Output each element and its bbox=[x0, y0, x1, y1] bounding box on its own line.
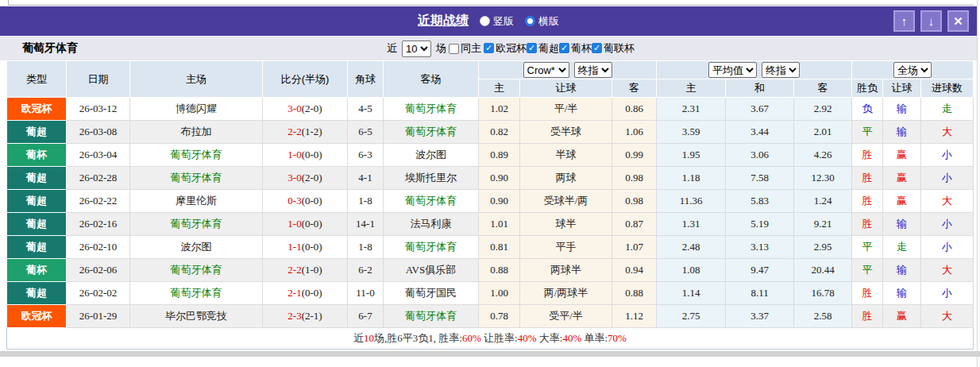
bottom-strip bbox=[0, 351, 980, 357]
odds-away: 1.07 bbox=[612, 236, 657, 259]
match-row: 葡杯26-02-06葡萄牙体育2-2(1-0)6-2AVS俱乐部0.88两球半0… bbox=[7, 259, 974, 282]
type-badge: 葡超 bbox=[7, 121, 67, 144]
result-winloss: 胜 bbox=[852, 305, 883, 328]
same-home-label: 同主 bbox=[461, 41, 481, 56]
sub-header-3: 主 bbox=[657, 79, 726, 98]
score: 1-0(0-0) bbox=[263, 213, 348, 236]
score: 2-3(2-1) bbox=[263, 305, 348, 328]
sub-header-5: 客 bbox=[794, 79, 852, 98]
sub-header-0: 主 bbox=[479, 79, 520, 98]
same-home-checkbox[interactable]: 同主 bbox=[449, 41, 481, 56]
fulltime-select[interactable]: 全场 bbox=[893, 62, 932, 78]
checkbox-icon[interactable] bbox=[592, 43, 602, 53]
filter-controls: 近 10 场 同主 欧冠杯葡超葡杯葡联杯 bbox=[387, 39, 635, 58]
layout-radio-horizontal[interactable]: 横版 bbox=[525, 14, 559, 29]
result-goals: 小 bbox=[921, 167, 974, 190]
competition-checkbox-葡超[interactable]: 葡超 bbox=[527, 41, 559, 56]
avg-home: 2.31 bbox=[657, 98, 726, 121]
sub-header-4: 和 bbox=[726, 79, 794, 98]
score: 1-1(0-0) bbox=[263, 236, 348, 259]
score: 2-2(1-2) bbox=[263, 121, 348, 144]
checkbox-icon[interactable] bbox=[559, 43, 569, 53]
odds-home: 0.89 bbox=[479, 144, 520, 167]
radio-checked-icon[interactable] bbox=[525, 16, 535, 26]
avg-home: 1.31 bbox=[657, 213, 726, 236]
result-handicap: 输 bbox=[883, 259, 921, 282]
layout-radio-vertical[interactable]: 竖版 bbox=[480, 14, 514, 29]
up-arrow-icon: ↑ bbox=[901, 15, 908, 27]
recent-prefix-label: 近 bbox=[387, 41, 397, 56]
competition-checkbox-葡联杯[interactable]: 葡联杯 bbox=[592, 41, 635, 56]
avg-home: 11.36 bbox=[657, 190, 726, 213]
competition-label: 欧冠杯 bbox=[496, 41, 527, 56]
odds-home: 0.82 bbox=[479, 121, 520, 144]
checkbox-icon[interactable] bbox=[527, 43, 537, 53]
type-badge: 欧冠杯 bbox=[7, 98, 67, 121]
corners: 11-0 bbox=[348, 282, 384, 305]
result-goals: 小 bbox=[921, 144, 974, 167]
odds-stage-select-2[interactable]: 终指 bbox=[762, 62, 800, 78]
avg-away: 2.01 bbox=[794, 121, 852, 144]
odds-stage-select-1[interactable]: 终指 bbox=[574, 62, 612, 78]
result-winloss: 负 bbox=[852, 98, 883, 121]
fulltime-group-header: 全场 bbox=[852, 61, 974, 79]
radio-vertical-label: 竖版 bbox=[493, 14, 514, 29]
result-handicap: 输 bbox=[883, 213, 921, 236]
avg-draw: 3.06 bbox=[726, 144, 794, 167]
home-team: 摩里伦斯 bbox=[130, 190, 263, 213]
result-winloss: 胜 bbox=[852, 144, 883, 167]
summary-line: 近10场,胜6平3负1, 胜率:60% 让胜率:40% 大率:40% 单率:70… bbox=[7, 328, 974, 350]
result-winloss: 胜 bbox=[852, 213, 883, 236]
corners: 1-8 bbox=[348, 190, 384, 213]
home-team: 毕尔巴鄂竞技 bbox=[130, 305, 263, 328]
result-goals: 走 bbox=[921, 98, 974, 121]
competition-filters: 欧冠杯葡超葡杯葡联杯 bbox=[484, 41, 635, 56]
result-goals: 小 bbox=[921, 236, 974, 259]
recent-count-select[interactable]: 10 bbox=[402, 41, 431, 57]
radio-horizontal-label: 横版 bbox=[538, 14, 559, 29]
away-team: 埃斯托里尔 bbox=[384, 167, 479, 190]
result-handicap: 输 bbox=[883, 98, 921, 121]
column-header-4: 角球 bbox=[348, 61, 384, 98]
competition-checkbox-欧冠杯[interactable]: 欧冠杯 bbox=[484, 41, 527, 56]
close-button[interactable]: ✕ bbox=[947, 10, 969, 32]
match-date: 26-03-08 bbox=[67, 121, 130, 144]
average-select[interactable]: 平均值 bbox=[708, 62, 757, 78]
summary-value: 40% bbox=[562, 332, 581, 344]
match-rows: 欧冠杯26-03-12博德闪耀3-0(2-0)4-5葡萄牙体育1.02平/半0.… bbox=[7, 98, 974, 328]
radio-unchecked-icon[interactable] bbox=[480, 16, 490, 26]
score: 0-3(0-0) bbox=[263, 190, 348, 213]
home-team: 葡萄牙体育 bbox=[130, 259, 263, 282]
odds-away: 0.87 bbox=[612, 213, 657, 236]
checkbox-icon[interactable] bbox=[484, 43, 494, 53]
summary-value: 60% bbox=[462, 332, 481, 344]
move-down-button[interactable]: ↓ bbox=[920, 10, 942, 32]
match-date: 26-03-12 bbox=[67, 98, 130, 121]
odds-handicap: 受平/半 bbox=[520, 305, 612, 328]
odds-provider-select[interactable]: Crow* bbox=[523, 62, 569, 78]
match-date: 26-02-22 bbox=[67, 190, 130, 213]
result-handicap: 赢 bbox=[883, 167, 921, 190]
competition-checkbox-葡杯[interactable]: 葡杯 bbox=[559, 41, 592, 56]
result-goals: 大 bbox=[921, 121, 974, 144]
avg-draw: 3.13 bbox=[726, 236, 794, 259]
type-badge: 葡超 bbox=[7, 213, 67, 236]
column-header-5: 客场 bbox=[384, 61, 479, 98]
checkbox-icon[interactable] bbox=[449, 44, 459, 54]
corners: 14-1 bbox=[348, 213, 384, 236]
titlebar: 近期战绩 竖版 横版 ↑ ↓ ✕ bbox=[0, 6, 977, 36]
move-up-button[interactable]: ↑ bbox=[893, 10, 915, 32]
top-strip bbox=[0, 0, 980, 6]
home-team: 葡萄牙体育 bbox=[130, 167, 263, 190]
avg-away: 16.78 bbox=[794, 282, 852, 305]
odds-home: 1.01 bbox=[479, 213, 520, 236]
corners: 6-3 bbox=[348, 144, 384, 167]
match-date: 26-01-29 bbox=[67, 305, 130, 328]
avg-home: 3.59 bbox=[657, 121, 726, 144]
filterbar: 葡萄牙体育 近 10 场 同主 欧冠杯葡超葡杯葡联杯 bbox=[0, 36, 977, 60]
home-team: 葡萄牙体育 bbox=[130, 144, 263, 167]
avg-away: 9.21 bbox=[794, 213, 852, 236]
avg-draw: 5.19 bbox=[726, 213, 794, 236]
summary-value: 70% bbox=[608, 332, 627, 344]
score: 3-0(2-0) bbox=[263, 167, 348, 190]
